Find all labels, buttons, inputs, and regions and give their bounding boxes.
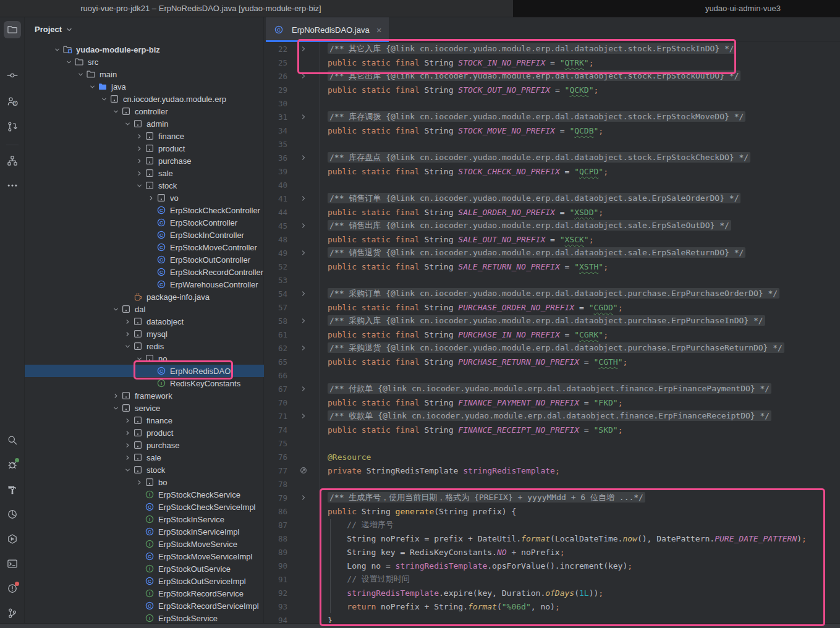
commit-icon[interactable]: [4, 67, 21, 84]
tree-item-framework[interactable]: framework: [25, 389, 264, 402]
chevron-down-icon[interactable]: [75, 69, 86, 79]
tree-item-erpstockrecordserviceimpl[interactable]: CErpStockRecordServiceImpl: [25, 600, 264, 612]
tree-item-vo[interactable]: vo: [25, 192, 264, 204]
folded-doc-comment[interactable]: /** 生成序号，使用当前日期，格式为 {PREFIX} + yyyyMMdd …: [328, 492, 645, 503]
fold-chevron-icon[interactable]: [287, 249, 320, 257]
fold-chevron-icon[interactable]: [287, 154, 320, 161]
tree-item-erpstockoutcontroller[interactable]: CErpStockOutController: [25, 253, 264, 266]
tree-item-purchase[interactable]: purchase: [25, 439, 264, 451]
chevron-down-icon[interactable]: [99, 94, 109, 104]
code-line-92[interactable]: 92 stringRedisTemplate.expire(key, Durat…: [264, 586, 840, 600]
chevron-down-icon[interactable]: [134, 354, 145, 363]
fold-chevron-icon[interactable]: [287, 222, 320, 229]
line-number[interactable]: 67: [264, 384, 287, 394]
folded-doc-comment[interactable]: /** 库存调拨 {@link cn.iocoder.yudao.module.…: [328, 111, 745, 122]
line-number[interactable]: 88: [264, 534, 287, 543]
line-number[interactable]: 54: [264, 289, 287, 299]
chevron-down-icon[interactable]: [64, 57, 74, 67]
tree-item-java[interactable]: java: [25, 80, 264, 93]
line-number[interactable]: 41: [264, 194, 287, 203]
tree-item-cn-iocoder-yudao-module-erp[interactable]: cn.iocoder.yudao.module.erp: [25, 93, 264, 105]
fold-chevron-icon[interactable]: [287, 195, 320, 202]
pull-request-icon[interactable]: [4, 118, 21, 135]
tree-item-yudao-module-erp-biz[interactable]: yudao-module-erp-biz: [25, 43, 264, 56]
folded-doc-comment[interactable]: /** 其它入库 {@link cn.iocoder.yudao.module.…: [328, 43, 736, 54]
line-number[interactable]: 48: [264, 235, 287, 244]
chevron-down-icon[interactable]: [122, 341, 133, 351]
tree-item-mysql[interactable]: mysql: [25, 328, 264, 340]
tree-item-package-info-java[interactable]: package-info.java: [25, 291, 264, 303]
code-line-87[interactable]: 87 // 递增序号: [264, 518, 840, 532]
tree-item-finance[interactable]: finance: [25, 414, 264, 426]
code-line-86[interactable]: 86public String generate(String prefix) …: [264, 504, 840, 518]
fold-chevron-icon[interactable]: [287, 344, 320, 352]
chevron-down-icon[interactable]: [122, 119, 133, 129]
code-line-54[interactable]: 54/** 采购订单 {@link cn.iocoder.yudao.modul…: [264, 287, 840, 300]
chevron-right-icon[interactable]: [134, 156, 145, 166]
folded-doc-comment[interactable]: /** 采购订单 {@link cn.iocoder.yudao.module.…: [328, 288, 779, 299]
tree-item-no[interactable]: no: [25, 352, 264, 365]
line-number[interactable]: 49: [264, 248, 287, 258]
tree-item-erpstockincontroller[interactable]: CErpStockInController: [25, 229, 264, 241]
chevron-down-icon[interactable]: [122, 465, 133, 475]
tree-item-erpstockservice[interactable]: IErpStockService: [25, 612, 264, 624]
tree-item-erpstockcheckserviceimpl[interactable]: CErpStockCheckServiceImpl: [25, 501, 264, 513]
chevron-right-icon[interactable]: [122, 415, 133, 425]
line-number[interactable]: 35: [264, 140, 287, 149]
chevron-down-icon[interactable]: [52, 45, 62, 54]
line-number[interactable]: 78: [264, 480, 287, 489]
chevron-right-icon[interactable]: [111, 391, 121, 401]
folded-doc-comment[interactable]: /** 付款单 {@link cn.iocoder.yudao.module.e…: [328, 383, 771, 394]
line-number[interactable]: 71: [264, 412, 287, 421]
line-number[interactable]: 57: [264, 303, 287, 312]
code-line-89[interactable]: 89 String key = RedisKeyConstants.NO + n…: [264, 545, 840, 559]
spring-bean-icon[interactable]: [287, 467, 320, 474]
chevron-down-icon[interactable]: [111, 106, 121, 116]
chevron-right-icon[interactable]: [134, 168, 145, 178]
chevron-right-icon[interactable]: [134, 477, 145, 487]
code-line-76[interactable]: 76@Resource: [264, 450, 840, 464]
git-graph-icon[interactable]: [4, 605, 21, 622]
line-number[interactable]: 44: [264, 208, 287, 217]
line-number[interactable]: 58: [264, 316, 287, 326]
line-number[interactable]: 91: [264, 575, 287, 584]
line-number[interactable]: 31: [264, 112, 287, 122]
line-number[interactable]: 77: [264, 466, 287, 475]
line-number[interactable]: 45: [264, 221, 287, 231]
line-number[interactable]: 74: [264, 425, 287, 435]
code-line-45[interactable]: 45/** 销售出库 {@link cn.iocoder.yudao.modul…: [264, 219, 840, 232]
folded-doc-comment[interactable]: /** 采购入库 {@link cn.iocoder.yudao.module.…: [328, 315, 765, 326]
chevron-right-icon[interactable]: [134, 131, 145, 141]
tree-item-erpstockcheckservice[interactable]: IErpStockCheckService: [25, 488, 264, 501]
code-line-26[interactable]: 26/** 其它出库 {@link cn.iocoder.yudao.modul…: [264, 69, 840, 83]
line-number[interactable]: 39: [264, 167, 287, 176]
line-number[interactable]: 90: [264, 561, 287, 571]
tree-item-erpnoredisdao[interactable]: CErpNoRedisDAO: [25, 365, 264, 377]
debug-icon[interactable]: [4, 456, 21, 473]
fold-chevron-icon[interactable]: [287, 412, 320, 420]
chevron-down-icon[interactable]: [111, 403, 121, 413]
tree-item-src[interactable]: src: [25, 56, 264, 68]
fold-chevron-icon[interactable]: [287, 45, 320, 53]
tree-item-erpstockcheckcontroller[interactable]: CErpStockCheckController: [25, 204, 264, 216]
line-number[interactable]: 66: [264, 371, 287, 380]
line-number[interactable]: 86: [264, 507, 287, 516]
code-line-35[interactable]: 35: [264, 137, 840, 151]
search-icon[interactable]: [4, 431, 21, 449]
tree-item-bo[interactable]: bo: [25, 476, 264, 488]
tree-item-service[interactable]: service: [25, 402, 264, 414]
code-line-93[interactable]: 93 return noPrefix + String.format("%06d…: [264, 600, 840, 613]
line-number[interactable]: 87: [264, 520, 287, 530]
line-number[interactable]: 34: [264, 126, 287, 135]
fold-chevron-icon[interactable]: [287, 385, 320, 392]
folded-doc-comment[interactable]: /** 采购退货 {@link cn.iocoder.yudao.module.…: [328, 342, 784, 353]
line-number[interactable]: 92: [264, 588, 287, 598]
line-number[interactable]: 25: [264, 58, 287, 67]
project-panel-header[interactable]: Project: [35, 25, 73, 34]
code-line-48[interactable]: 48public static final String SALE_OUT_NO…: [264, 232, 840, 246]
line-number[interactable]: 52: [264, 262, 287, 271]
folded-doc-comment[interactable]: /** 收款单 {@link cn.iocoder.yudao.module.e…: [328, 410, 771, 421]
tree-item-erpstockmoveservice[interactable]: IErpStockMoveService: [25, 538, 264, 550]
code-line-78[interactable]: 78: [264, 477, 840, 491]
code-line-61[interactable]: 61public static final String PURCHASE_IN…: [264, 328, 840, 341]
